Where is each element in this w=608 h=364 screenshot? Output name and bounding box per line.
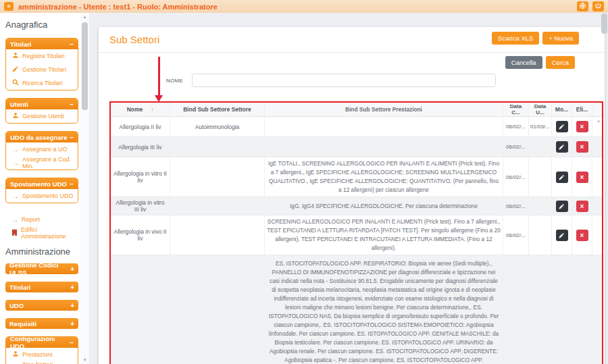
panel-header-configurazioni-udo[interactable]: Configurazioni UDO −: [6, 337, 78, 348]
language-globe-button[interactable]: [577, 1, 588, 11]
panel-header-titolari-admin[interactable]: Titolari +: [5, 282, 78, 292]
panel-title: Spostamento UDO: [10, 180, 67, 188]
expand-plus-icon[interactable]: +: [70, 320, 74, 328]
panel-header-utenti[interactable]: Utenti −: [6, 99, 78, 109]
expand-plus-icon[interactable]: +: [70, 284, 74, 291]
panel-header-spostamento-udo[interactable]: Spostamento UDO −: [6, 178, 78, 189]
delete-row-button[interactable]: ×: [576, 172, 588, 183]
sidebar-scrollbar-thumb[interactable]: [82, 22, 88, 110]
delete-row-button[interactable]: ×: [576, 121, 588, 132]
edit-row-button[interactable]: [556, 172, 568, 183]
arrow-right-icon: →: [12, 146, 19, 153]
cell-nome: Allergologia II liv: [111, 117, 170, 136]
edit-row-button[interactable]: [556, 141, 568, 153]
panel-header-requisiti[interactable]: Requisiti +: [5, 318, 78, 329]
arrow-right-icon: →: [12, 192, 19, 200]
sidebar-panel-udo-da-assegnare: UDO da assegnare − → Assegnare a UO → As…: [5, 131, 78, 170]
sidebar-item-label: Registra Titolari: [22, 53, 65, 59]
edit-row-button[interactable]: [556, 121, 568, 132]
cell-settore: Autoimmunologia: [170, 117, 265, 136]
table-row: Allergologia III liv 06/02/... ×: [111, 137, 602, 157]
panel-title: Requisiti: [9, 320, 36, 328]
sidebar-item-spostamento-udo[interactable]: → Spostamento UDO: [6, 189, 78, 203]
logout-power-button[interactable]: [592, 1, 604, 11]
delete-row-button[interactable]: ×: [576, 141, 588, 153]
sidebar-item-gestione-titolari[interactable]: Gestione Titolari: [6, 63, 78, 76]
column-header-data-creazione[interactable]: Data C...: [503, 103, 529, 116]
sidebar-item-label: Assegnare a Cod. Min.: [22, 156, 76, 170]
sidebar-item-label: Gestione Titolari: [22, 66, 66, 73]
page-scrollbar[interactable]: [601, 14, 607, 54]
page-scrollbar-thumb[interactable]: [601, 14, 607, 34]
sidebar-item-assegnare-a-cod-min[interactable]: → Assegnare a Cod. Min.: [6, 156, 78, 170]
download-xls-button[interactable]: Scarica XLS: [492, 32, 539, 45]
collapse-minus-icon[interactable]: −: [70, 134, 74, 141]
sidebar-item-ricerca-titolari[interactable]: Ricerca Titolari: [6, 76, 78, 90]
cell-nome: [111, 255, 170, 364]
column-header-prestazioni[interactable]: Bind Sub Settore Prestazioni: [265, 103, 503, 116]
cell-nome: Allergologia in vivo II liv: [111, 215, 170, 255]
search-button[interactable]: Cerca: [546, 56, 575, 69]
cell-nome: Allergologia in vitro II liv: [111, 157, 170, 197]
collapse-sidebar-button[interactable]: «: [4, 2, 14, 11]
cell-data-creazione: 06/02/...: [503, 215, 529, 255]
panel-title: Configurazioni UDO: [10, 336, 70, 350]
edit-row-button[interactable]: [556, 230, 568, 241]
cell-data-update: [529, 197, 552, 215]
sidebar-item-tipo-fattori-produttivi[interactable]: Tipo Fattori Produttivi: [6, 361, 78, 364]
cell-data-creazione: 06/02/...: [503, 157, 529, 197]
cell-prestazioni: ES. ISTOCITOPATOLOGICO APP. RESPIRATORIO…: [265, 255, 503, 364]
panel-header-titolari[interactable]: Titolari −: [6, 38, 78, 49]
collapse-minus-icon[interactable]: −: [70, 101, 74, 108]
delete-row-button[interactable]: ×: [576, 230, 588, 241]
sidebar-item-assegnare-a-uo[interactable]: → Assegnare a UO: [6, 142, 78, 156]
sort-ascending-icon: ↑: [151, 107, 153, 113]
cell-prestazioni: [265, 137, 503, 157]
sidebar-item-label: Edifici Amministrazione: [21, 226, 77, 240]
delete-row-button[interactable]: ×: [576, 201, 588, 212]
column-header-nome[interactable]: Nome ↑: [111, 103, 170, 116]
sidebar-item-label: Prestazioni: [22, 351, 53, 358]
user-icon: [12, 350, 19, 359]
sidebar-link-report[interactable]: → Report: [5, 213, 78, 226]
pencil-icon: [559, 201, 565, 211]
sub-settori-card: Sub Settori Scarica XLS + Nuova Cancella…: [99, 27, 605, 364]
scroll-down-icon[interactable]: ▼: [80, 356, 89, 364]
cell-data-update: [529, 215, 552, 255]
sidebar-panel-titolari: Titolari − Registra Titolari Gestione Ti…: [5, 38, 78, 90]
cell-data-update: 01/03/...: [529, 117, 552, 136]
sidebar-item-gestione-utenti[interactable]: Gestione Utenti: [6, 109, 78, 123]
collapse-minus-icon[interactable]: −: [70, 180, 74, 188]
panel-title: Gestione Codici ULSS: [9, 261, 70, 276]
sidebar-link-edifici-amministrazione[interactable]: Edifici Amministrazione: [5, 226, 78, 240]
sidebar-item-prestazioni[interactable]: Prestazioni: [6, 348, 78, 361]
user-icon: [12, 52, 19, 60]
collapse-minus-icon[interactable]: −: [70, 41, 74, 48]
panel-title: UDO da assegnare: [10, 134, 67, 141]
sidebar-scrollbar[interactable]: ▲ ▼: [80, 13, 89, 364]
column-header-data-update[interactable]: Data U...: [529, 103, 552, 116]
new-button[interactable]: + Nuova: [542, 32, 579, 45]
cell-data-update: [529, 157, 552, 197]
globe-icon: [579, 1, 586, 11]
expand-plus-icon[interactable]: +: [70, 265, 74, 273]
cell-prestazioni: [265, 117, 503, 136]
column-header-elimina: Eli...: [572, 103, 592, 116]
column-label: Nome: [127, 106, 143, 113]
expand-plus-icon[interactable]: +: [70, 302, 74, 309]
sidebar-item-label: Gestione Utenti: [22, 113, 64, 120]
edit-row-button[interactable]: [556, 201, 568, 212]
table-row: ES. ISTOCITOPATOLOGICO APP. RESPIRATORIO…: [111, 255, 602, 364]
panel-header-udo-da-assegnare[interactable]: UDO da assegnare −: [6, 132, 78, 142]
clear-button[interactable]: Cancella: [505, 56, 542, 69]
nome-input[interactable]: [192, 74, 496, 87]
scroll-up-icon[interactable]: ▲: [80, 13, 89, 21]
sidebar-item-registra-titolari[interactable]: Registra Titolari: [6, 49, 78, 63]
panel-header-udo[interactable]: UDO +: [5, 300, 78, 311]
collapse-minus-icon[interactable]: −: [70, 339, 74, 346]
panel-header-gestione-codici-ulss[interactable]: Gestione Codici ULSS +: [5, 263, 78, 274]
column-header-settore[interactable]: Bind Sub Settore Settore: [170, 103, 265, 116]
table-scroll-up-icon[interactable]: ▲: [597, 119, 601, 123]
pencil-icon: [559, 172, 565, 182]
arrow-right-icon: →: [12, 159, 19, 167]
